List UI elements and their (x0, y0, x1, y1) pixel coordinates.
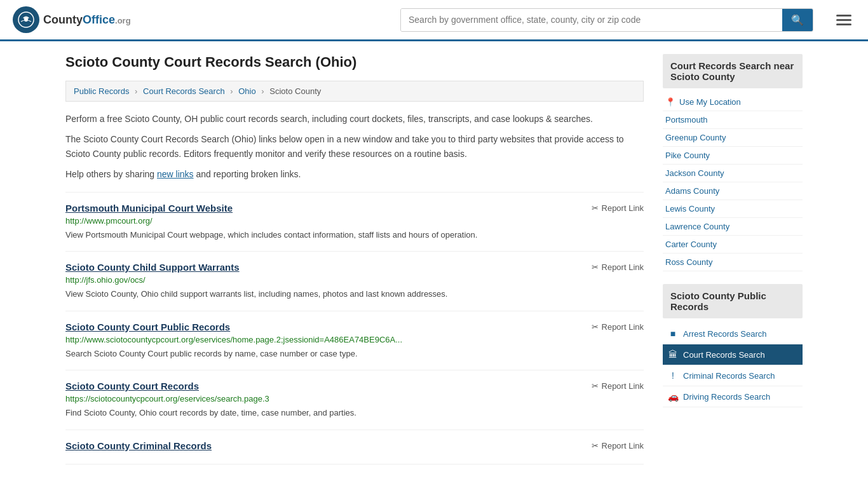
nearby-link-greenup[interactable]: Greenup County (663, 129, 803, 147)
search-input[interactable] (401, 9, 782, 31)
new-links-link[interactable]: new links (157, 169, 194, 179)
location-pin-icon: 📍 (665, 97, 675, 107)
report-link-button-3[interactable]: ✂ Report Link (592, 381, 644, 391)
pr-link-arrest[interactable]: ■ Arrest Records Search (663, 323, 803, 344)
result-item: Scioto County Criminal Records ✂ Report … (65, 430, 644, 464)
site-logo[interactable]: CountyOffice.org (13, 6, 131, 33)
driving-icon: 🚗 (668, 391, 678, 402)
nearby-section-title: Court Records Search near Scioto County (663, 54, 803, 88)
report-link-button-0[interactable]: ✂ Report Link (592, 203, 644, 213)
result-title-1[interactable]: Scioto County Child Support Warrants (65, 262, 240, 273)
result-desc-3: Find Scioto County, Ohio court records b… (65, 407, 644, 419)
report-icon-2: ✂ (592, 322, 599, 332)
result-title-3[interactable]: Scioto County Court Records (65, 381, 199, 391)
report-link-button-4[interactable]: ✂ Report Link (592, 441, 644, 451)
result-desc-2: Search Scioto County Court public record… (65, 348, 644, 360)
result-title-2[interactable]: Scioto County Court Public Records (65, 322, 230, 332)
use-my-location-link[interactable]: 📍 Use My Location (663, 93, 803, 111)
result-title-4[interactable]: Scioto County Criminal Records (65, 440, 212, 451)
page-title: Scioto County Court Records Search (Ohio… (65, 54, 644, 71)
report-icon-1: ✂ (592, 262, 599, 272)
breadcrumb-public-records[interactable]: Public Records (74, 86, 129, 96)
search-button[interactable]: 🔍 (782, 9, 813, 31)
breadcrumb-ohio[interactable]: Ohio (238, 86, 255, 96)
site-header: CountyOffice.org 🔍 (0, 0, 868, 41)
arrest-icon: ■ (668, 329, 678, 339)
result-url-0[interactable]: http://www.pmcourt.org/ (65, 216, 644, 226)
result-item: Scioto County Court Records ✂ Report Lin… (65, 370, 644, 430)
report-link-button-2[interactable]: ✂ Report Link (592, 322, 644, 332)
public-records-section: Scioto County Public Records ■ Arrest Re… (663, 284, 803, 407)
sidebar: Court Records Search near Scioto County … (663, 54, 803, 464)
description-para3: Help others by sharing new links and rep… (65, 167, 644, 181)
logo-icon (13, 6, 39, 33)
report-icon-4: ✂ (592, 441, 599, 451)
breadcrumb-sep-2: › (230, 86, 233, 96)
result-item: Scioto County Court Public Records ✂ Rep… (65, 311, 644, 371)
result-desc-0: View Portsmouth Municipal Court webpage,… (65, 229, 644, 241)
result-url-1[interactable]: http://jfs.ohio.gov/ocs/ (65, 275, 644, 285)
pr-link-court[interactable]: 🏛 Court Records Search (663, 344, 803, 365)
nearby-link-ross[interactable]: Ross County (663, 254, 803, 271)
description-para2: The Scioto County Court Records Search (… (65, 132, 644, 161)
report-link-button-1[interactable]: ✂ Report Link (592, 262, 644, 272)
pr-link-criminal[interactable]: ! Criminal Records Search (663, 365, 803, 386)
result-item: Portsmouth Municipal Court Website ✂ Rep… (65, 192, 644, 252)
criminal-icon: ! (668, 370, 678, 381)
search-area: 🔍 (400, 8, 813, 32)
hamburger-icon (836, 15, 851, 25)
logo-wordmark: CountyOffice.org (43, 13, 131, 27)
results-list: Portsmouth Municipal Court Website ✂ Rep… (65, 192, 644, 464)
description-para1: Perform a free Scioto County, OH public … (65, 112, 644, 126)
breadcrumb-sep-3: › (261, 86, 264, 96)
court-icon: 🏛 (668, 349, 678, 360)
report-icon-3: ✂ (592, 381, 599, 391)
nearby-link-pike[interactable]: Pike County (663, 147, 803, 165)
nearby-link-portsmouth[interactable]: Portsmouth (663, 111, 803, 129)
pr-link-driving[interactable]: 🚗 Driving Records Search (663, 386, 803, 407)
nearby-link-carter[interactable]: Carter County (663, 236, 803, 254)
nearby-section: Court Records Search near Scioto County … (663, 54, 803, 271)
content-area: Scioto County Court Records Search (Ohio… (65, 54, 644, 464)
breadcrumb-sep-1: › (135, 86, 137, 96)
result-item: Scioto County Child Support Warrants ✂ R… (65, 252, 644, 311)
nearby-link-adams[interactable]: Adams County (663, 182, 803, 200)
result-url-3[interactable]: https://sciotocountycpcourt.org/eservice… (65, 394, 644, 403)
nearby-link-lewis[interactable]: Lewis County (663, 200, 803, 218)
public-records-section-title: Scioto County Public Records (663, 284, 803, 318)
report-icon-0: ✂ (592, 203, 599, 213)
result-desc-1: View Scioto County, Ohio child support w… (65, 288, 644, 301)
breadcrumb-court-records-search[interactable]: Court Records Search (143, 86, 225, 96)
result-title-0[interactable]: Portsmouth Municipal Court Website (65, 203, 233, 214)
breadcrumb-scioto-county: Scioto County (269, 86, 321, 96)
result-url-2[interactable]: http://www.sciotocountycpcourt.org/eserv… (65, 335, 644, 344)
search-icon: 🔍 (791, 15, 804, 25)
nearby-link-lawrence[interactable]: Lawrence County (663, 218, 803, 236)
menu-button[interactable] (832, 11, 855, 29)
nearby-link-jackson[interactable]: Jackson County (663, 165, 803, 182)
breadcrumb: Public Records › Court Records Search › … (65, 81, 644, 102)
